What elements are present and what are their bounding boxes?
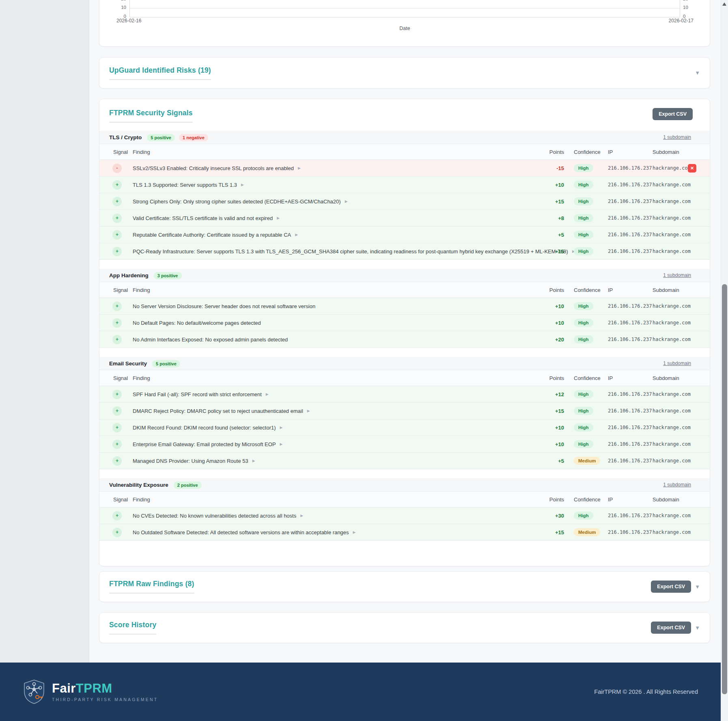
chevron-down-icon[interactable]: ▼ [695,70,700,76]
signal-badge: + [112,197,122,206]
expand-arrow-icon[interactable]: ▶ [280,425,283,430]
table-body: + SPF Hard Fail (-all): SPF record with … [99,386,710,469]
table-row[interactable]: + No Admin Interfaces Exposed: No expose… [99,331,710,348]
expand-arrow-icon[interactable]: ▶ [345,199,348,203]
finding-text: No Admin Interfaces Exposed: No exposed … [133,337,288,343]
table-row[interactable]: + Managed DNS Provider: Using Amazon Rou… [99,453,710,469]
ip-value: 216.106.176.237 [608,513,653,518]
expand-arrow-icon[interactable]: ▶ [353,530,356,534]
export-csv-button[interactable]: Export CSV [651,622,691,634]
table-row[interactable]: + DKIM Record Found: DKIM record found (… [99,419,710,436]
finding-text: No CVEs Detected: No known vulnerabiliti… [133,513,296,519]
signal-badge: - [112,164,122,173]
table-row[interactable]: + DMARC Reject Policy: DMARC policy set … [99,403,710,419]
confidence-badge: High [574,214,593,222]
page-scrollbar[interactable] [721,0,728,721]
table-row[interactable]: + No CVEs Detected: No known vulnerabili… [99,507,710,524]
group-count-badge: 5 positive [152,360,180,367]
raw-findings-title: FTPRM Raw Findings (8) [109,580,194,594]
points-value: +12 [538,391,564,397]
signal-badge: + [112,180,122,190]
table-row[interactable]: + No Server Version Disclosure: Server h… [99,298,710,315]
export-csv-button[interactable]: Export CSV [653,108,693,120]
column-header-confidence: Confidence [564,496,608,503]
confidence-badge: High [574,440,593,448]
table-row[interactable]: + No Default Pages: No default/welcome p… [99,315,710,331]
table-row[interactable]: + Reputable Certificate Authority: Certi… [99,227,710,243]
expand-arrow-icon[interactable]: ▶ [307,409,310,413]
table-row[interactable]: + No Outdated Software Detected: All det… [99,524,710,541]
column-header-signal: Signal [109,375,133,381]
chevron-down-icon[interactable]: ▼ [695,625,700,631]
expand-arrow-icon[interactable]: ▶ [300,514,303,518]
signal-groups: TLS / Crypto 5 positive1 negative 1 subd… [99,131,710,541]
scrollbar-up-arrow-icon[interactable] [722,2,726,6]
expand-arrow-icon[interactable]: ▶ [277,216,280,220]
subdomain-link[interactable]: 1 subdomain [663,272,691,278]
table-row[interactable]: + TLS 1.3 Supported: Server supports TLS… [99,177,710,193]
signal-badge: + [112,423,122,432]
column-header-points: Points [538,149,564,155]
finding-text: Managed DNS Provider: Using Amazon Route… [133,458,248,464]
points-value: +5 [538,458,564,464]
subdomain-value: hackrange.com [653,441,688,447]
points-value: +10 [538,320,564,326]
left-sidebar [0,0,89,663]
export-csv-button[interactable]: Export CSV [651,581,691,593]
points-value: -15 [538,165,564,171]
table-row[interactable]: + SPF Hard Fail (-all): SPF record with … [99,386,710,403]
page-footer: FairTPRM THIRD-PARTY RISK MANAGEMENT Fai… [0,663,728,721]
subdomain-value: hackrange.com [653,320,688,326]
column-header-subdomain: Subdomain [653,287,688,293]
chevron-down-icon[interactable]: ▼ [695,584,700,590]
table-row[interactable]: + PQC-Ready Infrastructure: Server suppo… [99,243,710,260]
table-row[interactable]: - SSLv2/SSLv3 Enabled: Critically insecu… [99,160,710,177]
finding-text: DMARC Reject Policy: DMARC policy set to… [133,408,303,414]
subdomain-value: hackrange.com [653,408,688,414]
subdomain-link[interactable]: 1 subdomain [663,482,691,488]
dismiss-button[interactable]: ✕ [688,164,696,173]
signal-badge: + [112,406,122,416]
confidence-badge: High [574,407,593,415]
expand-arrow-icon[interactable]: ▶ [298,166,301,170]
x-axis-tick-start: 2026-02-16 [116,18,141,24]
subdomain-value: hackrange.com [653,513,688,518]
points-value: +15 [538,408,564,414]
scrollbar-thumb[interactable] [722,284,727,694]
points-value: +8 [538,215,564,221]
confidence-badge: High [574,319,593,327]
confidence-badge: Medium [574,457,600,465]
signal-badge: + [112,456,122,466]
signal-group: TLS / Crypto 5 positive1 negative 1 subd… [99,131,710,260]
table-row[interactable]: + Strong Ciphers Only: Only strong ciphe… [99,193,710,210]
finding-text: Reputable Certificate Authority: Certifi… [133,232,291,238]
main-content: 20 10 0 20 10 0 2026-02-16 2026-02-17 Da… [99,0,710,643]
column-header-signal: Signal [109,287,133,293]
subdomain-value: hackrange.com [653,165,688,171]
expand-arrow-icon[interactable]: ▶ [295,233,298,237]
expand-arrow-icon[interactable]: ▶ [280,442,283,446]
expand-arrow-icon[interactable]: ▶ [252,459,255,463]
finding-text: Strong Ciphers Only: Only strong cipher … [133,199,341,205]
expand-arrow-icon[interactable]: ▶ [241,183,244,187]
table-row[interactable]: + Valid Certificate: SSL/TLS certificate… [99,210,710,227]
ip-value: 216.106.176.237 [608,529,653,535]
y-axis-tick-right: 10 [683,5,694,10]
confidence-badge: High [574,335,593,343]
signal-badge: + [112,528,122,537]
column-header-subdomain: Subdomain [653,375,688,381]
x-axis-title: Date [129,26,680,31]
signal-group: App Hardening 3 positive 1 subdomain Sig… [99,269,710,348]
subdomain-value: hackrange.com [653,199,688,204]
signal-badge: + [112,390,122,399]
column-header-signal: Signal [109,149,133,155]
table-row[interactable]: + Enterprise Email Gateway: Email protec… [99,436,710,453]
expand-arrow-icon[interactable]: ▶ [266,392,269,396]
subdomain-value: hackrange.com [653,215,688,221]
finding-text: SSLv2/SSLv3 Enabled: Critically insecure… [133,165,294,171]
points-value: +15 [538,248,564,255]
subdomain-link[interactable]: 1 subdomain [663,360,691,366]
subdomain-link[interactable]: 1 subdomain [663,134,691,140]
ip-value: 216.106.176.237 [608,441,653,447]
signal-badge: + [112,214,122,223]
